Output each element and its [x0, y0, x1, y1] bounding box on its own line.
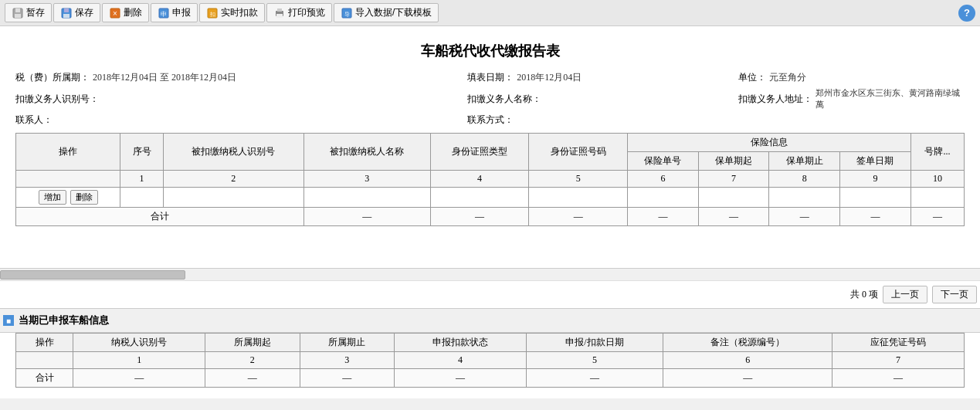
temp-save-button[interactable]: 暂存	[5, 3, 52, 22]
col-header-plate: 号牌...	[910, 134, 964, 171]
total-val-3: —	[529, 208, 628, 226]
submit-button[interactable]: 申 申报	[151, 3, 198, 22]
submit-icon: 申	[158, 7, 170, 19]
main-table: 操作 序号 被扣缴纳税人识别号 被扣缴纳税人名称 身份证照类型 身份证照号码 保…	[15, 133, 965, 226]
data-cell-empty	[163, 188, 303, 208]
next-page-button[interactable]: 下一页	[932, 286, 977, 303]
svg-text:申: 申	[161, 11, 167, 18]
tax-period-cell: 税（费）所属期： 2018年12月04日 至 2018年12月04日	[15, 71, 467, 84]
delete-button[interactable]: × 删除	[102, 3, 149, 22]
info-row-3: 联系人： 联系方式：	[15, 114, 965, 127]
realtime-pay-icon: 扣	[206, 7, 219, 19]
col-header-action: 操作	[16, 134, 120, 171]
action-buttons-cell: 增加 删除	[16, 188, 120, 208]
fill-date-cell: 填表日期： 2018年12月04日	[467, 71, 738, 84]
print-icon	[273, 7, 286, 19]
s2-total-7: —	[832, 369, 965, 388]
col-header-sign-date: 签单日期	[840, 152, 911, 171]
col-header-policy-no: 保险单号	[628, 152, 699, 171]
s2-col-remark: 备注（税源编号）	[663, 334, 832, 352]
svg-rect-2	[15, 14, 21, 18]
svg-text:×: ×	[113, 9, 117, 18]
help-button[interactable]: ?	[958, 5, 975, 22]
s2-num-3: 3	[300, 352, 395, 369]
section2-header: ■ 当期已申报车船信息	[0, 308, 980, 333]
col-header-policy-start: 保单期起	[698, 152, 769, 171]
s2-col-action: 操作	[16, 334, 73, 352]
pagination-bar: 共 0 项 上一页 下一页	[0, 280, 980, 308]
col-header-policy-end: 保单期止	[769, 152, 840, 171]
unit-cell: 单位： 元至角分	[738, 71, 965, 84]
info-row-1: 税（费）所属期： 2018年12月04日 至 2018年12月04日 填表日期：…	[15, 71, 965, 84]
realtime-pay-button[interactable]: 扣 实时扣款	[199, 3, 265, 22]
total-count: 共 0 项	[850, 288, 878, 301]
svg-rect-4	[64, 8, 69, 12]
report-title: 车船税代收代缴报告表	[15, 42, 965, 60]
svg-rect-14	[276, 14, 283, 18]
import-button[interactable]: 导 导入数据/下载模板	[334, 3, 439, 22]
section2-icon: ■	[3, 315, 14, 326]
col-header-taxpayer-id: 被扣缴纳税人识别号	[163, 134, 303, 171]
col-header-taxpayer-name: 被扣缴纳税人名称	[303, 134, 430, 171]
delete-label: 删除	[124, 6, 142, 19]
s2-col-taxpayer-id: 纳税人识别号	[73, 334, 205, 352]
total-val-7: —	[840, 208, 911, 226]
delete-row-button[interactable]: 删除	[70, 190, 98, 205]
fill-date-value: 2018年12月04日	[517, 71, 582, 84]
s2-col-period-end: 所属期止	[300, 334, 395, 352]
total-val-5: —	[698, 208, 769, 226]
total-label: 合计	[16, 208, 304, 226]
withhold-name-label: 扣缴义务人名称：	[467, 93, 541, 106]
total-val-6: —	[769, 208, 840, 226]
s2-num-0	[16, 352, 73, 369]
table-total-row: 合计 — — — — — — — —	[16, 208, 965, 226]
col-num-1: 1	[120, 171, 164, 188]
total-val-4: —	[628, 208, 699, 226]
svg-text:扣: 扣	[209, 12, 215, 17]
withhold-name-cell: 扣缴义务人名称：	[467, 87, 738, 110]
svg-rect-1	[15, 8, 20, 12]
svg-text:导: 导	[344, 12, 350, 18]
col-num-4: 4	[430, 171, 529, 188]
unit-value: 元至角分	[769, 71, 806, 84]
svg-rect-13	[277, 8, 282, 12]
contact-method-cell: 联系方式：	[467, 114, 738, 127]
s2-col-period-start: 所属期起	[205, 334, 300, 352]
section2-header-row: 操作 纳税人识别号 所属期起 所属期止 申报扣款状态 申报/扣款日期 备注（税源…	[16, 334, 965, 352]
data-cell-empty	[529, 188, 628, 208]
print-button[interactable]: 打印预览	[266, 3, 332, 22]
prev-page-button[interactable]: 上一页	[883, 286, 927, 303]
section2-table: 操作 纳税人识别号 所属期起 所属期止 申报扣款状态 申报/扣款日期 备注（税源…	[15, 333, 965, 388]
toolbar: 暂存 保存 × 删除 申 申报 扣 实时扣款 打印预览 导 导入数据/下载模板	[0, 0, 980, 26]
data-cell-empty	[769, 188, 840, 208]
temp-save-label: 暂存	[26, 6, 45, 19]
realtime-pay-label: 实时扣款	[221, 6, 258, 19]
section2-total-row: 合计 — — — — — — —	[16, 369, 965, 388]
bottom-section: 操作 纳税人识别号 所属期起 所属期止 申报扣款状态 申报/扣款日期 备注（税源…	[0, 333, 980, 398]
empty-space	[15, 229, 965, 260]
horizontal-scrollbar[interactable]	[0, 268, 980, 280]
address-cell: 扣缴义务人地址： 郑州市金水区东三街东、黄河路南绿城萬	[738, 87, 965, 110]
s2-col-cert-no: 应征凭证号码	[832, 334, 965, 352]
add-row-button[interactable]: 增加	[39, 190, 66, 205]
total-val-8: —	[910, 208, 964, 226]
submit-label: 申报	[172, 6, 191, 19]
col-num-10: 10	[910, 171, 964, 188]
s2-total-4: —	[395, 369, 527, 388]
delete-icon: ×	[109, 7, 121, 19]
table-action-row: 增加 删除	[16, 188, 965, 208]
withhold-id-cell: 扣缴义务人识别号：	[15, 87, 467, 110]
save-icon	[60, 7, 73, 19]
s2-total-6: —	[663, 369, 832, 388]
s2-num-1: 1	[73, 352, 205, 369]
col-header-id-type: 身份证照类型	[430, 134, 529, 171]
scrollbar-thumb[interactable]	[0, 270, 185, 280]
temp-save-icon	[12, 7, 24, 19]
unit-label: 单位：	[738, 71, 766, 84]
col-num-7: 7	[698, 171, 769, 188]
s2-total-5: —	[526, 369, 663, 388]
save-button[interactable]: 保存	[53, 3, 100, 22]
col-num-9: 9	[840, 171, 911, 188]
s2-total-3: —	[300, 369, 395, 388]
s2-total-2: —	[205, 369, 300, 388]
